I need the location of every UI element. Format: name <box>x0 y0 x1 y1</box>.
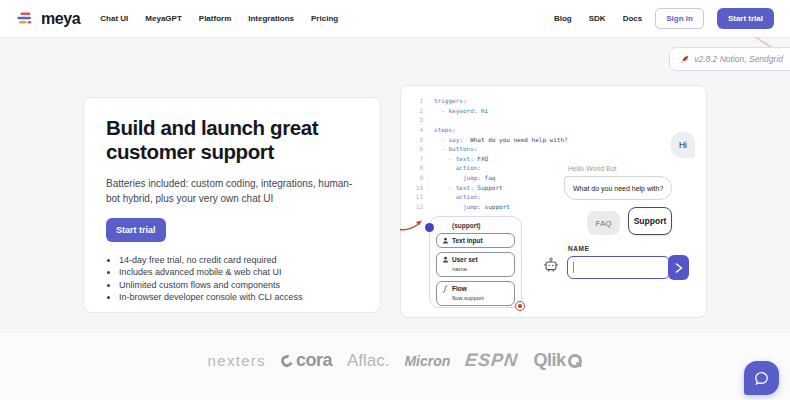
customer-logos: nexters cora Aflac. Micron ESPN Qlik <box>0 333 790 388</box>
start-trial-button-hero[interactable]: Start trial <box>106 218 166 242</box>
code-token: - <box>434 145 448 152</box>
code-token: - <box>434 107 448 114</box>
quick-reply-support-button[interactable]: Support <box>628 207 672 235</box>
code-token: keyword: <box>448 107 477 114</box>
brand-name: meya <box>41 10 80 28</box>
flow-entry-dot[interactable] <box>425 223 434 232</box>
code-token: say: <box>448 136 462 143</box>
qlik-logo-icon <box>568 354 582 368</box>
flow-icon <box>442 285 449 293</box>
line-number: 5 <box>409 136 423 143</box>
code-token: What do you need help with? <box>463 136 568 143</box>
rocket-icon <box>680 55 689 64</box>
code-token: text: <box>456 184 474 191</box>
line-number: 2 <box>409 107 423 114</box>
component-icon <box>442 256 449 263</box>
page-title: Build and launch great customer support <box>106 116 358 164</box>
line-number: 4 <box>409 126 423 133</box>
code-line: 7 - text: FAQ <box>409 154 568 164</box>
nav-links-left: Chat UIMeyaGPTPlatformIntegrationsPricin… <box>100 14 338 23</box>
code-token: text: <box>456 155 474 162</box>
code-line: 9 jump: faq <box>409 173 568 183</box>
flow-node-head: Text input <box>442 237 509 244</box>
logo-nexters: nexters <box>208 352 266 369</box>
nav-link-sdk[interactable]: SDK <box>589 14 606 23</box>
logo-aflac: Aflac. <box>347 351 390 371</box>
code-text: - text: FAQ <box>434 155 488 162</box>
code-token: jump: <box>463 203 481 210</box>
flow-node-head: User set <box>442 256 509 263</box>
product-demo-card: 1triggers:2 - keyword: hi34steps:5 - say… <box>400 85 707 318</box>
code-line: 3 <box>409 115 568 125</box>
hero-copy-card: Build and launch great customer support … <box>83 97 381 313</box>
logo-cora: cora <box>281 350 332 371</box>
entry-arrow-icon <box>399 216 425 232</box>
nav-link-blog[interactable]: Blog <box>554 14 572 23</box>
line-number: 6 <box>409 145 423 152</box>
line-number: 7 <box>409 155 423 162</box>
chevron-right-icon <box>675 263 683 273</box>
code-token <box>434 174 463 181</box>
flow-node-text-input[interactable]: Text input <box>436 233 515 248</box>
nav-right: BlogSDKDocs Sign in Start trial <box>554 8 774 29</box>
logo-cora-text: cora <box>296 350 332 371</box>
chat-bubble-icon <box>753 370 770 387</box>
feature-bullet-list: 14-day free trial, no credit card requir… <box>106 254 358 303</box>
text-caret <box>573 262 574 273</box>
nav-link-docs[interactable]: Docs <box>623 14 643 23</box>
flow-node-user-set[interactable]: User setname <box>436 252 515 277</box>
bot-name-label: Hello World Bot <box>568 165 617 172</box>
flow-node-head: Flow <box>442 285 509 293</box>
code-token: hi <box>477 107 488 114</box>
hero-subtitle: Batteries included: custom coding, integ… <box>106 176 358 206</box>
code-token: support <box>481 203 510 210</box>
nav-item-meyagpt[interactable]: MeyaGPT <box>145 14 181 23</box>
flow-node-list: Text inputUser setnameFlowflow.support <box>436 233 515 306</box>
chat-launcher-button[interactable] <box>744 361 779 395</box>
nav-item-pricing[interactable]: Pricing <box>311 14 338 23</box>
nav-item-platform[interactable]: Platform <box>199 14 231 23</box>
flow-exit-marker[interactable] <box>515 301 525 311</box>
bot-message-bubble: What do you need help with? <box>564 176 672 200</box>
code-text: action: <box>434 164 481 171</box>
code-line: 11 action: <box>409 192 568 202</box>
code-token: steps: <box>434 126 456 133</box>
line-number: 1 <box>409 97 423 104</box>
code-line: 8 action: <box>409 163 568 173</box>
code-text: - buttons: <box>434 145 477 152</box>
code-text: jump: support <box>434 203 510 210</box>
line-number: 9 <box>409 174 423 181</box>
component-icon <box>442 237 449 244</box>
version-badge-text: v2.8.2 Notion, Sendgrid <box>694 54 783 64</box>
code-token: triggers: <box>434 97 467 104</box>
logo-espn: ESPN <box>464 350 519 371</box>
feature-bullet: 14-day free trial, no credit card requir… <box>119 254 358 266</box>
code-editor[interactable]: 1triggers:2 - keyword: hi34steps:5 - say… <box>409 96 568 211</box>
robot-icon <box>542 257 560 279</box>
chat-input-row <box>567 255 689 280</box>
meya-logo[interactable]: meya <box>16 10 80 28</box>
logo-micron: Micron <box>404 353 450 369</box>
code-token: Support <box>474 184 503 191</box>
line-number: 10 <box>409 184 423 191</box>
flow-node-subtitle: flow.support <box>452 295 509 301</box>
version-badge: v2.8.2 Notion, Sendgrid <box>669 47 790 71</box>
name-input[interactable] <box>567 256 670 279</box>
code-text: action: <box>434 193 481 200</box>
feature-bullet: Unlimited custom flows and components <box>119 279 358 291</box>
code-token: jump: <box>463 174 481 181</box>
code-line: 10 - text: Support <box>409 182 568 192</box>
quick-reply-faq-button[interactable]: FAQ <box>587 211 620 235</box>
nav-item-integrations[interactable]: Integrations <box>248 14 294 23</box>
code-text: steps: <box>434 126 456 133</box>
flow-label: (support) <box>452 222 481 229</box>
feature-bullet: Includes advanced mobile & web chat UI <box>119 266 358 278</box>
flow-node-flow[interactable]: Flowflow.support <box>436 281 515 307</box>
start-trial-button-header[interactable]: Start trial <box>717 8 774 29</box>
line-number: 12 <box>409 203 423 210</box>
sign-in-button[interactable]: Sign in <box>655 8 704 29</box>
nav-item-chat-ui[interactable]: Chat UI <box>100 14 128 23</box>
code-text: - text: Support <box>434 184 503 191</box>
send-button[interactable] <box>668 255 689 280</box>
code-token: FAQ <box>474 155 488 162</box>
